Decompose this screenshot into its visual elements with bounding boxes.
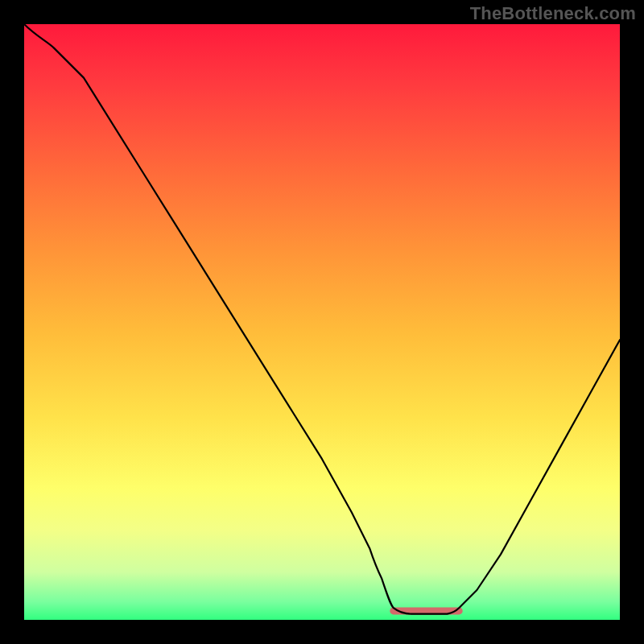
- plot-area: [24, 24, 620, 620]
- curve-svg: [24, 24, 620, 620]
- chart-frame: TheBottleneck.com: [0, 0, 644, 644]
- bottleneck-curve: [24, 24, 620, 614]
- watermark-text: TheBottleneck.com: [470, 3, 636, 24]
